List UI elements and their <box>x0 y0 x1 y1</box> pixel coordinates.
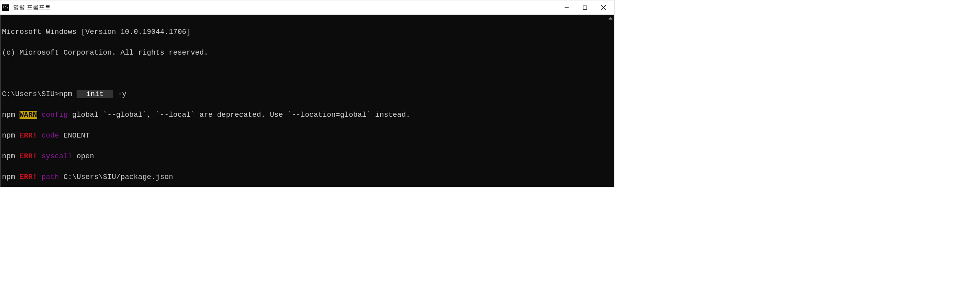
terminal-line: (c) Microsoft Corporation. All rights re… <box>2 47 611 58</box>
text <box>37 173 41 181</box>
text: config <box>41 111 68 119</box>
text: -y <box>113 90 126 98</box>
maximize-icon <box>583 5 587 10</box>
terminal-line: C:\Users\SIU>npm init -y <box>2 89 611 99</box>
terminal-line: npm ERR! code ENOENT <box>2 130 611 141</box>
text <box>37 111 41 119</box>
text: global `--global`, `--local` are depreca… <box>68 111 410 119</box>
text <box>37 132 41 140</box>
text: open <box>72 152 94 160</box>
text: npm <box>2 173 20 181</box>
window-controls <box>557 0 612 15</box>
terminal-line: npm WARN config global `--global`, `--lo… <box>2 110 611 120</box>
command-prompt-window: C:\. 명령 프롬프트 Microsoft Windows [Version … <box>0 0 614 187</box>
text: path <box>41 173 59 181</box>
terminal-line: npm ERR! path C:\Users\SIU/package.json <box>2 172 611 182</box>
app-icon-text: C:\. <box>3 6 10 9</box>
minimize-icon <box>564 5 569 10</box>
text <box>37 152 41 160</box>
app-icon: C:\. <box>2 4 9 11</box>
scroll-up-button[interactable] <box>607 15 614 22</box>
scrollbar[interactable] <box>607 15 614 187</box>
text: Microsoft Windows [Version 10.0.19044.17… <box>2 28 191 36</box>
err-badge: ERR! <box>20 132 37 140</box>
titlebar[interactable]: C:\. 명령 프롬프트 <box>0 0 614 15</box>
terminal-line <box>2 68 611 79</box>
minimize-button[interactable] <box>557 0 576 15</box>
text: npm <box>2 132 20 140</box>
text: ENOENT <box>59 132 90 140</box>
terminal-line: npm ERR! syscall open <box>2 151 611 161</box>
text: syscall <box>41 152 72 160</box>
close-button[interactable] <box>594 0 612 15</box>
terminal-output[interactable]: Microsoft Windows [Version 10.0.19044.17… <box>0 15 614 187</box>
chevron-up-icon <box>609 17 612 20</box>
window-title: 명령 프롬프트 <box>13 4 557 11</box>
svg-rect-1 <box>583 6 587 9</box>
err-badge: ERR! <box>20 152 37 160</box>
text: npm <box>2 111 20 119</box>
close-icon <box>601 5 606 10</box>
maximize-button[interactable] <box>576 0 594 15</box>
warn-badge: WARN <box>20 111 37 119</box>
highlighted-text: init <box>77 90 113 98</box>
prompt: C:\Users\SIU>npm <box>2 90 77 98</box>
text: code <box>41 132 59 140</box>
text: npm <box>2 152 20 160</box>
text: C:\Users\SIU/package.json <box>59 173 173 181</box>
err-badge: ERR! <box>20 173 37 181</box>
terminal-line: Microsoft Windows [Version 10.0.19044.17… <box>2 27 611 37</box>
text: (c) Microsoft Corporation. All rights re… <box>2 49 208 57</box>
